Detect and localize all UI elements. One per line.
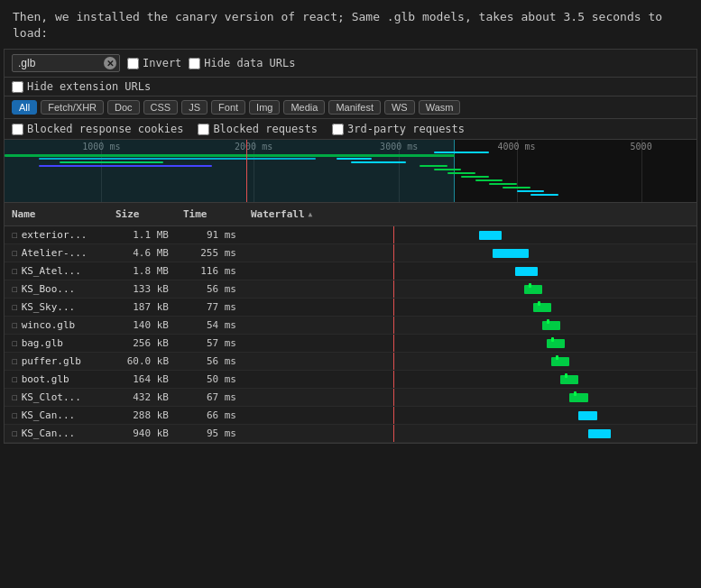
type-btn-img[interactable]: Img [249, 100, 280, 115]
td-name: ☐bag.glb [5, 335, 108, 352]
table-row[interactable]: ☐exterior...1.1 MB91 ms [5, 226, 696, 244]
blocked-cookies-label[interactable]: Blocked response cookies [12, 123, 183, 135]
type-btn-fetch[interactable]: Fetch/XHR [41, 100, 104, 115]
devtools-panel: ✕ Invert Hide data URLs Hide extension U… [4, 49, 697, 444]
type-btn-manifest[interactable]: Manifest [328, 100, 381, 115]
td-time: 66 ms [176, 407, 244, 424]
type-btn-all[interactable]: All [12, 100, 37, 115]
table-row[interactable]: ☐KS_Can...288 kB66 ms [5, 407, 696, 425]
options-row: Blocked response cookies Blocked request… [5, 119, 696, 140]
td-size: 256 kB [108, 335, 176, 352]
hide-data-urls-label[interactable]: Hide data URLs [189, 57, 295, 69]
waterfall-bar [578, 411, 596, 420]
waterfall-bar [551, 357, 569, 366]
waterfall-bar [533, 303, 551, 312]
th-name: Name [5, 207, 108, 222]
td-waterfall [244, 389, 696, 406]
td-name: ☐KS_Atel... [5, 262, 108, 280]
td-name: ☐KS_Can... [5, 425, 108, 442]
timeline-label: 5000 [631, 142, 652, 152]
type-btn-font[interactable]: Font [211, 100, 245, 115]
waterfall-bar [569, 393, 587, 402]
td-size: 4.6 MB [108, 244, 176, 262]
file-icon: ☐ [12, 409, 18, 421]
td-time: 67 ms [176, 389, 244, 406]
table-row[interactable]: ☐KS_Atel...1.8 MB116 ms [5, 262, 696, 280]
file-icon: ☐ [12, 247, 18, 259]
td-waterfall [244, 425, 696, 442]
third-party-label[interactable]: 3rd-party requests [332, 123, 465, 135]
table-row[interactable]: ☐KS_Clot...432 kB67 ms [5, 389, 696, 407]
red-line-overview [246, 140, 247, 202]
table-row[interactable]: ☐boot.glb164 kB50 ms [5, 371, 696, 389]
table-row[interactable]: ☐puffer.glb60.0 kB56 ms [5, 353, 696, 371]
td-name: ☐boot.glb [5, 371, 108, 388]
type-btn-css[interactable]: CSS [143, 100, 179, 115]
type-btn-doc[interactable]: Doc [107, 100, 140, 115]
invert-checkbox[interactable] [127, 58, 139, 69]
hide-data-urls-text: Hide data URLs [204, 57, 295, 69]
red-line [393, 317, 394, 334]
td-size: 1.8 MB [108, 262, 176, 280]
td-name: ☐KS_Boo... [5, 280, 108, 298]
type-btn-media[interactable]: Media [283, 100, 325, 115]
th-time: Time [176, 207, 244, 222]
td-time: 50 ms [176, 371, 244, 388]
intro-text: Then, we installed the canary version of… [13, 10, 662, 40]
td-time: 91 ms [176, 226, 244, 243]
blocked-requests-text: Blocked requests [213, 123, 318, 135]
td-time: 56 ms [176, 353, 244, 370]
td-waterfall [244, 353, 696, 370]
red-line [393, 262, 394, 280]
td-time: 57 ms [176, 335, 244, 352]
file-icon: ☐ [12, 337, 18, 349]
red-line [393, 389, 394, 406]
table-row[interactable]: ☐KS_Boo...133 kB56 ms [5, 280, 696, 299]
table-row[interactable]: ☐winco.glb140 kB54 ms [5, 317, 696, 335]
file-icon: ☐ [12, 427, 18, 439]
td-name: ☐puffer.glb [5, 353, 108, 370]
td-time: 54 ms [176, 317, 244, 334]
invert-checkbox-label[interactable]: Invert [127, 57, 181, 69]
mini-bar [5, 154, 455, 157]
td-size: 60.0 kB [108, 353, 176, 370]
blocked-cookies-text: Blocked response cookies [27, 123, 183, 135]
td-waterfall [244, 335, 696, 352]
third-party-checkbox[interactable] [332, 124, 344, 135]
file-icon: ☐ [12, 373, 18, 385]
mini-bar [517, 190, 545, 192]
blocked-requests-checkbox[interactable] [198, 124, 209, 135]
timeline-overview: 1000 ms2000 ms3000 ms4000 ms5000 [5, 140, 696, 203]
type-btn-js[interactable]: JS [181, 100, 208, 115]
td-size: 940 kB [108, 425, 176, 442]
mini-bar [461, 176, 489, 178]
type-btn-ws[interactable]: WS [384, 100, 415, 115]
waterfall-tick [529, 283, 531, 288]
th-waterfall: Waterfall ▲ [244, 207, 696, 222]
td-name: ☐winco.glb [5, 317, 108, 334]
waterfall-bar [560, 375, 578, 384]
hide-ext-label[interactable]: Hide extension URLs [12, 80, 151, 93]
td-time: 116 ms [176, 262, 244, 280]
red-line [393, 353, 394, 370]
type-btn-wasm[interactable]: Wasm [419, 100, 461, 115]
blocked-requests-label[interactable]: Blocked requests [198, 123, 318, 135]
waterfall-tick [565, 373, 567, 378]
waterfall-bar [542, 321, 560, 330]
table-header: Name Size Time Waterfall ▲ [5, 203, 696, 226]
hide-data-urls-checkbox[interactable] [189, 58, 200, 69]
td-name: ☐KS_Clot... [5, 389, 108, 406]
table-row[interactable]: ☐KS_Can...940 kB95 ms [5, 425, 696, 443]
hide-ext-checkbox[interactable] [12, 81, 23, 93]
td-size: 1.1 MB [108, 226, 176, 243]
waterfall-tick [551, 337, 554, 342]
table-row[interactable]: ☐bag.glb256 kB57 ms [5, 335, 696, 353]
waterfall-bar [515, 267, 538, 276]
td-waterfall [244, 280, 696, 298]
red-line [393, 407, 394, 424]
waterfall-bar [547, 339, 565, 348]
table-row[interactable]: ☐KS_Sky...187 kB77 ms [5, 299, 696, 317]
blocked-cookies-checkbox[interactable] [12, 124, 23, 135]
td-name: ☐exterior... [5, 226, 108, 243]
table-row[interactable]: ☐Atelier-...4.6 MB255 ms [5, 244, 696, 262]
